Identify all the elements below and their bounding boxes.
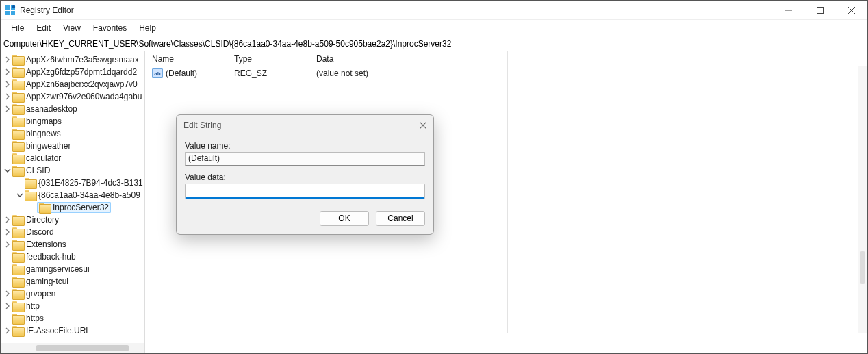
tree-item-content: bingnews <box>12 129 61 138</box>
tree-item-directory[interactable]: Directory <box>1 214 144 226</box>
address-bar[interactable]: Computer\HKEY_CURRENT_USER\Software\Clas… <box>1 36 867 51</box>
chevron-right-icon[interactable] <box>3 240 12 249</box>
tree-item-content: Extensions <box>12 240 66 249</box>
chevron-right-icon[interactable] <box>3 55 12 64</box>
folder-icon <box>12 326 23 336</box>
menu-view[interactable]: View <box>57 21 87 35</box>
tree-item-bingweather[interactable]: bingweather <box>1 140 144 152</box>
folder-icon <box>12 92 23 101</box>
menu-file[interactable]: File <box>5 21 30 35</box>
folder-icon <box>12 227 23 237</box>
tree-item-gaming-tcui[interactable]: gaming-tcui <box>1 275 144 288</box>
tree-item-label: gaming-tcui <box>26 277 68 286</box>
column-header-data[interactable]: Data <box>309 51 867 66</box>
tree-item-label: gamingservicesui <box>26 264 90 274</box>
folder-icon <box>12 104 23 114</box>
tree-item-ie-assocfile-url[interactable]: IE.AssocFile.URL <box>1 325 144 337</box>
tree-item-calculator[interactable]: calculator <box>1 152 144 164</box>
folder-icon <box>12 240 23 249</box>
value-name-field[interactable]: (Default) <box>185 152 425 166</box>
tree-item-content: AppXzwr976v2e060wada4gabu <box>12 92 142 101</box>
tree-item-031e4825-7b94-4dc3-b131[interactable]: {031E4825-7B94-4dc3-B131 <box>1 177 144 189</box>
tree-item-bingmaps[interactable]: bingmaps <box>1 115 144 127</box>
folder-icon <box>25 178 36 188</box>
tree-item-content: https <box>12 314 44 323</box>
window-close-button[interactable] <box>836 1 867 20</box>
chevron-down-icon[interactable] <box>16 191 24 199</box>
dialog-close-button[interactable] <box>416 118 431 133</box>
string-value-icon: ab <box>152 68 163 78</box>
tree-item-label: AppXzn6aajbcrxx2qvxjawp7v0 <box>26 79 138 89</box>
chevron-right-icon[interactable] <box>3 290 12 298</box>
cell-name-text: (Default) <box>166 68 197 78</box>
ok-button[interactable]: OK <box>320 211 369 226</box>
folder-icon <box>12 252 23 262</box>
svg-rect-2 <box>5 11 10 15</box>
mid-splitter[interactable] <box>507 51 508 333</box>
tree-item-asanadesktop[interactable]: asanadesktop <box>1 103 144 115</box>
menu-edit[interactable]: Edit <box>30 21 57 35</box>
dialog-body: Value name: (Default) Value data: OK Can… <box>177 136 433 234</box>
tree-item-https[interactable]: https <box>1 312 144 325</box>
folder-icon <box>12 67 23 77</box>
column-header-type[interactable]: Type <box>227 51 309 66</box>
tree-item-label: calculator <box>26 153 61 163</box>
window-controls <box>773 1 867 19</box>
folder-icon <box>25 190 36 200</box>
tree-item-label: https <box>26 314 44 323</box>
tree-horizontal-scrollbar[interactable] <box>1 343 144 353</box>
tree-item-label: {031E4825-7B94-4dc3-B131 <box>38 178 143 188</box>
chevron-right-icon[interactable] <box>3 228 12 236</box>
chevron-down-icon[interactable] <box>3 166 12 175</box>
tree-item-label: AppXz6twhm7e3a5swgrsmaax <box>26 55 139 64</box>
scrollbar-thumb[interactable] <box>36 345 129 351</box>
tree-item-label: Directory <box>26 215 59 225</box>
tree-item-bingnews[interactable]: bingnews <box>1 127 144 140</box>
scrollbar-thumb[interactable] <box>860 251 865 284</box>
folder-icon <box>12 116 23 126</box>
splitter-handle[interactable] <box>505 240 510 267</box>
list-vertical-scrollbar[interactable] <box>858 66 867 333</box>
chevron-right-icon[interactable] <box>3 327 12 335</box>
tree-item-content: AppXzg6fdzp57dpmt1dqardd2 <box>12 67 137 77</box>
tree-item-http[interactable]: http <box>1 300 144 312</box>
folder-icon <box>12 264 23 274</box>
svg-rect-5 <box>817 8 824 14</box>
tree-scroll[interactable]: AppXz6twhm7e3a5swgrsmaaxAppXzg6fdzp57dpm… <box>1 53 144 353</box>
menu-favorites[interactable]: Favorites <box>87 21 133 35</box>
tree-item-appxzwr976v2e060wada4gabu[interactable]: AppXzwr976v2e060wada4gabu <box>1 90 144 103</box>
tree-item-content: Discord <box>12 227 54 237</box>
tree-item-content: gamingservicesui <box>12 264 90 274</box>
chevron-right-icon[interactable] <box>3 302 12 310</box>
tree-item-inprocserver32[interactable]: InprocServer32 <box>1 201 144 214</box>
tree-pane: AppXz6twhm7e3a5swgrsmaaxAppXzg6fdzp57dpm… <box>1 51 144 353</box>
chevron-right-icon[interactable] <box>3 105 12 113</box>
tree-item-content: bingmaps <box>12 116 62 126</box>
list-row[interactable]: ab (Default) REG_SZ (value not set) <box>145 66 867 80</box>
window-maximize-button[interactable] <box>804 1 836 20</box>
column-header-name[interactable]: Name <box>145 51 227 66</box>
tree-item-extensions[interactable]: Extensions <box>1 238 144 251</box>
chevron-right-icon[interactable] <box>3 68 12 76</box>
tree-item-content: IE.AssocFile.URL <box>12 326 90 336</box>
chevron-right-icon[interactable] <box>3 80 12 88</box>
value-data-input[interactable] <box>185 184 425 199</box>
tree-item-gamingservicesui[interactable]: gamingservicesui <box>1 263 144 275</box>
tree-item-appxzn6aajbcrxx2qvxjawp7v0[interactable]: AppXzn6aajbcrxx2qvxjawp7v0 <box>1 78 144 90</box>
tree-item-grvopen[interactable]: grvopen <box>1 288 144 300</box>
tree-item-clsid[interactable]: CLSID <box>1 164 144 177</box>
tree-item-appxz6twhm7e3a5swgrsmaax[interactable]: AppXz6twhm7e3a5swgrsmaax <box>1 53 144 66</box>
tree-item-label: bingmaps <box>26 116 62 126</box>
cancel-button[interactable]: Cancel <box>376 211 425 226</box>
tree-item-appxzg6fdzp57dpmt1dqardd2[interactable]: AppXzg6fdzp57dpmt1dqardd2 <box>1 66 144 78</box>
menu-help[interactable]: Help <box>133 21 162 35</box>
tree-item-label: feedback-hub <box>26 252 76 262</box>
tree-item-feedback-hub[interactable]: feedback-hub <box>1 251 144 263</box>
tree-item-content: AppXz6twhm7e3a5swgrsmaax <box>12 55 139 64</box>
tree-item-label: IE.AssocFile.URL <box>26 326 90 336</box>
window-minimize-button[interactable] <box>773 1 804 20</box>
tree-item-discord[interactable]: Discord <box>1 226 144 238</box>
chevron-right-icon[interactable] <box>3 216 12 224</box>
tree-item-86ca1aa0-34aa-4e8b-a509[interactable]: {86ca1aa0-34aa-4e8b-a509 <box>1 189 144 201</box>
chevron-right-icon[interactable] <box>3 92 12 101</box>
